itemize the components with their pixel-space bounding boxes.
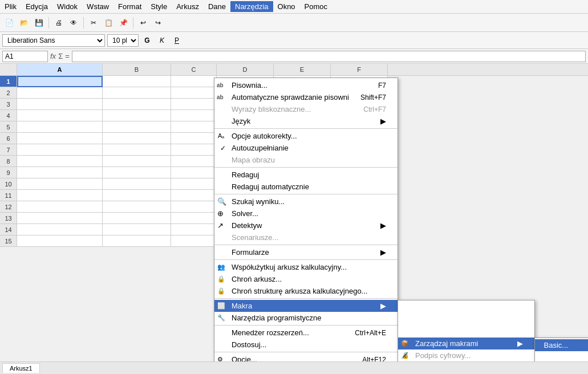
menu-edycja[interactable]: Edycja — [21, 1, 52, 12]
submenu-item-zarejestruj[interactable]: ⏺ Zarejestruj makro — [398, 302, 534, 314]
menu-item-chron[interactable]: 🔒 Chroń arkusz... — [214, 273, 398, 285]
formatting-bar: Liberation Sans 10 pkt G K P — [0, 32, 588, 49]
menu-narzedzia[interactable]: Narzędzia — [230, 1, 273, 12]
menu-item-opcje[interactable]: ⚙ Opcje... Alt+F12 — [214, 353, 398, 361]
edycja-icon: ✏ — [401, 328, 406, 335]
row-number: 3 — [0, 99, 17, 110]
pdf-btn[interactable]: 🖨 — [52, 16, 66, 30]
menu-item-detektyw[interactable]: ↗ Detektyw ▶ — [214, 219, 398, 231]
col-header-a[interactable]: A — [17, 64, 103, 75]
menu-item-makra[interactable]: ⬜ Makra ▶ ⏺ Zarejestruj makro ▶ Wykonaj … — [214, 300, 398, 312]
cell-b2[interactable] — [103, 87, 171, 99]
cell-c3[interactable] — [171, 99, 217, 110]
opcje-shortcut: Alt+F12 — [351, 356, 386, 362]
menu-item-autouzupelnianie[interactable]: ✓ Autouzupełnianie — [214, 142, 398, 154]
check-icon: ✓ — [220, 144, 226, 152]
sep1 — [48, 17, 49, 29]
preview-btn[interactable]: 👁 — [67, 16, 80, 30]
menu-arkusz[interactable]: Arkusz — [172, 1, 204, 12]
cell-a1[interactable] — [17, 76, 103, 87]
equals-label: = — [65, 52, 70, 60]
underline-btn[interactable]: P — [171, 34, 183, 47]
undo-btn[interactable]: ↩ — [136, 16, 150, 30]
submenu-item-wykonaj[interactable]: ▶ Wykonaj makro... — [398, 314, 534, 326]
menu-plik[interactable]: Plik — [0, 1, 21, 12]
menu-okno[interactable]: Okno — [273, 1, 300, 12]
menu-widok[interactable]: Widok — [52, 1, 82, 12]
menu-item-wspoluzytk[interactable]: 👥 Współużytkuj arkusz kalkulacyjny... — [214, 261, 398, 273]
col-header-c[interactable]: C — [171, 64, 217, 75]
menu-item-narzedzia-prog[interactable]: 🔧 Narzędzia programistyczne — [214, 312, 398, 324]
sheet-tab[interactable]: Arkusz1 — [2, 363, 40, 373]
cell-reference[interactable]: A1 — [2, 51, 48, 62]
menu-item-szukaj[interactable]: 🔍 Szukaj wyniku... — [214, 196, 398, 208]
menu-item-pisownia[interactable]: ab Pisownia... F7 — [214, 79, 398, 91]
narzedzia-menu: ab Pisownia... F7 ab Automatyczne sprawd… — [214, 78, 398, 361]
zarzadzaj-submenu: Basic... BeanShell... JavaScript... Pyth… — [534, 338, 588, 361]
menu-item-redaguj[interactable]: Redaguj — [214, 169, 398, 181]
menu-item-solver[interactable]: ⊕ Solver... — [214, 208, 398, 219]
col-header-d[interactable]: D — [217, 64, 274, 75]
cell-b1[interactable] — [103, 76, 171, 87]
menu-item-autokorekty[interactable]: Aₐ Opcje autokorekty... — [214, 130, 398, 142]
menu-item-redaguj-auto[interactable]: Redaguj automatycznie — [214, 181, 398, 193]
row-number: 4 — [0, 110, 17, 121]
submenu-item-edycja[interactable]: ✏ Edycja makr... — [398, 326, 534, 338]
spreadsheet: A B C D E F 1 2 — [0, 64, 588, 361]
italic-btn[interactable]: K — [156, 34, 168, 47]
menedzer-shortcut: Ctrl+Alt+E — [343, 329, 386, 337]
cell-c2[interactable] — [171, 87, 217, 99]
menu-item-jezyk[interactable]: Język ▶ — [214, 115, 398, 127]
row-number: 5 — [0, 121, 17, 133]
sep3 — [133, 17, 133, 29]
formula-input[interactable] — [72, 51, 586, 62]
row-number: 11 — [0, 190, 17, 201]
cut-btn[interactable]: ✂ — [87, 16, 100, 30]
menu-item-chron-strukt[interactable]: 🔒 Chroń strukturę arkusza kalkulacyjnego… — [214, 285, 398, 297]
copy-btn[interactable]: 📋 — [102, 16, 115, 30]
menu-dane[interactable]: Dane — [204, 1, 230, 12]
wykonaj-icon: ▶ — [401, 316, 405, 323]
menu-item-formularze[interactable]: Formularze ▶ — [214, 246, 398, 258]
sep3 — [214, 194, 398, 194]
new-btn[interactable]: 📄 — [2, 16, 16, 30]
open-btn[interactable]: 📂 — [17, 16, 31, 30]
app-window: Plik Edycja Widok Wstaw Format Style Ark… — [0, 0, 588, 374]
menu-item-menedzer[interactable]: Menedżer rozszerzeń... Ctrl+Alt+E — [214, 327, 398, 339]
bold-btn[interactable]: G — [141, 34, 153, 47]
row-number: 7 — [0, 144, 17, 156]
col-header-e[interactable]: E — [274, 64, 331, 75]
menu-item-autospell[interactable]: ab Automatyczne sprawdzanie pisowni Shif… — [214, 91, 398, 103]
col-header-f[interactable]: F — [331, 64, 388, 75]
font-select[interactable]: Liberation Sans — [2, 34, 105, 47]
menu-pomoc[interactable]: Pomoc — [300, 1, 332, 12]
wspoluzytk-icon: 👥 — [217, 263, 225, 271]
zarzadzaj-icon: 📦 — [401, 340, 409, 347]
cell-b3[interactable] — [103, 99, 171, 110]
menu-wstaw[interactable]: Wstaw — [82, 1, 113, 12]
paste-btn[interactable]: 📌 — [116, 16, 130, 30]
toolbar-1: 📄 📂 💾 🖨 👁 ✂ 📋 📌 ↩ ↪ — [0, 14, 588, 32]
submenu2-item-beanshell[interactable]: BeanShell... — [535, 351, 588, 361]
submenu2-item-basic[interactable]: Basic... — [535, 339, 588, 351]
sep7 — [214, 325, 398, 326]
submenu-item-zarzadzaj[interactable]: 📦 Zarządzaj makrami ▶ Basic... BeanShell… — [398, 338, 534, 349]
col-header-b[interactable]: B — [103, 64, 171, 75]
redo-btn[interactable]: ↪ — [151, 16, 165, 30]
menu-item-scenariusze: Scenariusze... — [214, 231, 398, 243]
save-btn[interactable]: 💾 — [32, 16, 46, 30]
autospell-icon: ab — [217, 94, 224, 100]
cell-c1[interactable] — [171, 76, 217, 87]
pisownia-icon: ab — [217, 82, 224, 88]
menu-format[interactable]: Format — [113, 1, 146, 12]
row-number: 1 — [0, 76, 17, 87]
makra-arrow: ▶ — [375, 302, 386, 310]
cell-a3[interactable] — [17, 99, 103, 110]
row-number: 14 — [0, 224, 17, 235]
font-size-select[interactable]: 10 pkt — [107, 34, 139, 47]
sigma-label: Σ — [58, 52, 63, 60]
cell-a2[interactable] — [17, 87, 103, 99]
menu-item-dostosuj[interactable]: Dostosuj... — [214, 339, 398, 351]
cell-a4[interactable] — [17, 110, 103, 121]
menu-style[interactable]: Style — [146, 1, 172, 12]
